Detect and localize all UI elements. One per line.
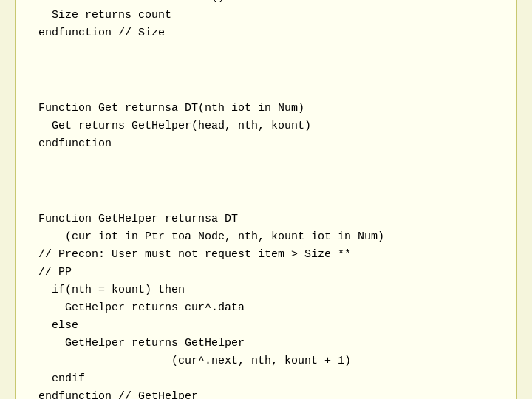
section-size-line3: endfunction // Size: [38, 27, 165, 39]
section-gethelper-line4: // PP: [38, 266, 72, 279]
code-container: Function Size returnsa Num() Size return…: [15, 0, 517, 399]
section-gethelper-line5: if(nth = kount) then: [38, 284, 185, 296]
code-block: Function Size returnsa Num() Size return…: [38, 0, 494, 399]
section-gethelper-line7: else: [38, 319, 78, 332]
section-gethelper-line1: Function GetHelper returnsa DT: [38, 213, 238, 225]
section-gethelper-line3: // Precon: User must not request item > …: [38, 248, 351, 261]
section-size-line2: Size returns count: [38, 9, 171, 21]
section-size-line1: Function Size returnsa Num(): [38, 0, 225, 4]
section-gethelper-line2: (cur iot in Ptr toa Node, nth, kount iot…: [38, 231, 384, 243]
section-gethelper: Function GetHelper returnsa DT (cur iot …: [38, 211, 494, 399]
section-gethelper-line10: endif: [38, 372, 85, 385]
section-gethelper-line11: endfunction // GetHelper: [38, 390, 198, 399]
section-get-line3: endfunction: [38, 137, 112, 150]
section-get-line2: Get returns GetHelper(head, nth, kount): [38, 120, 311, 132]
section-get: Function Get returnsa DT(nth iot in Num)…: [38, 100, 494, 153]
section-get-line1: Function Get returnsa DT(nth iot in Num): [38, 102, 304, 115]
section-gethelper-line8: GetHelper returns GetHelper: [38, 337, 245, 349]
section-gethelper-line9: (cur^.next, nth, kount + 1): [38, 355, 351, 367]
section-size: Function Size returnsa Num() Size return…: [38, 0, 494, 42]
section-gethelper-line6: GetHelper returns cur^.data: [38, 301, 245, 314]
